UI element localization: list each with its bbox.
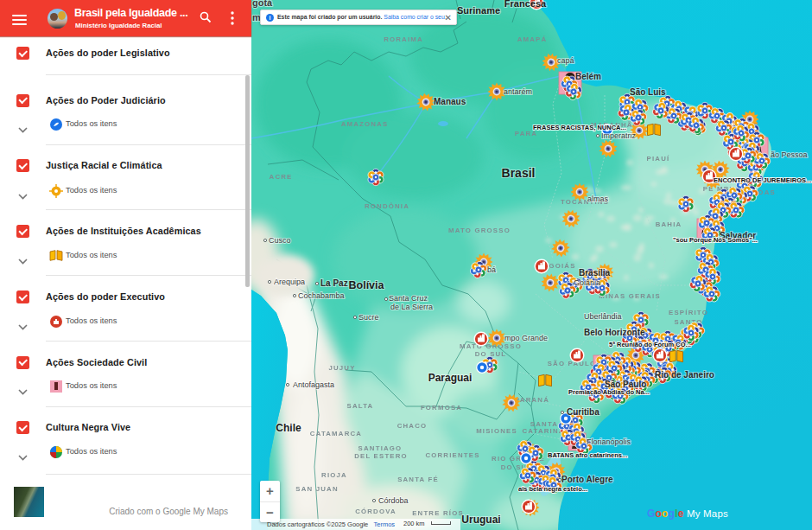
svg-text:5ª Reunião do Fórum CO...: 5ª Reunião do Fórum CO... — [609, 341, 691, 348]
svg-text:de La Sierra: de La Sierra — [390, 303, 433, 311]
svg-text:SALTA: SALTA — [347, 402, 374, 410]
svg-text:La Paz: La Paz — [320, 278, 348, 288]
svg-text:Rio de Janeiro: Rio de Janeiro — [655, 370, 714, 380]
svg-text:ENTRE RÍOS: ENTRE RÍOS — [412, 509, 464, 517]
svg-text:Belém: Belém — [575, 72, 601, 81]
svg-text:MISIONES: MISIONES — [476, 427, 517, 435]
svg-text:ACRE: ACRE — [270, 173, 293, 181]
svg-text:Uberlândia: Uberlândia — [584, 312, 622, 321]
svg-text:RIOJA: RIOJA — [321, 471, 347, 479]
svg-text:ESPÍRITO: ESPÍRITO — [669, 309, 708, 316]
svg-text:Bolívia: Bolívia — [349, 279, 385, 291]
svg-text:Imperatriz: Imperatriz — [601, 131, 637, 140]
svg-text:Cochabamba: Cochabamba — [298, 291, 345, 300]
svg-text:SÃO PAULO: SÃO PAULO — [548, 360, 597, 367]
svg-text:AMAPÁ: AMAPÁ — [517, 35, 548, 43]
svg-text:CATAMARCA: CATAMARCA — [310, 430, 362, 437]
svg-text:FRASES RACISTAS, NUNCA...: FRASES RACISTAS, NUNCA... — [533, 124, 626, 131]
svg-text:FORMOSA: FORMOSA — [421, 404, 462, 412]
svg-text:GOIÁS: GOIÁS — [549, 262, 575, 270]
svg-text:Paraguai: Paraguai — [428, 372, 473, 384]
svg-text:Cusco: Cusco — [269, 236, 291, 245]
svg-text:BAHIA: BAHIA — [656, 220, 682, 228]
svg-text:Arequipa: Arequipa — [274, 278, 305, 286]
svg-text:Brasília: Brasília — [579, 268, 611, 278]
svg-text:CHACO: CHACO — [397, 422, 428, 430]
svg-text:Sucre: Sucre — [358, 313, 379, 322]
svg-text:mpo Grande: mpo Grande — [504, 334, 548, 342]
svg-text:ENCONTRO DE JUREMEIROS...: ENCONTRO DE JUREMEIROS... — [714, 176, 811, 184]
svg-text:SAN JUAN: SAN JUAN — [295, 485, 338, 493]
svg-text:Brasil: Brasil — [502, 166, 536, 180]
svg-text:SANTIAGO: SANTIAGO — [358, 444, 403, 452]
svg-text:MATO GROSSO: MATO GROSSO — [448, 227, 511, 234]
svg-text:Suriname: Suriname — [457, 5, 500, 16]
svg-text:JUJUY: JUJUY — [328, 364, 355, 372]
svg-text:Antofagasta: Antofagasta — [293, 380, 334, 389]
svg-text:DEL ESTERO: DEL ESTERO — [354, 452, 408, 460]
svg-text:SANTA FÉ: SANTA FÉ — [397, 476, 439, 483]
svg-text:Francesa: Francesa — [504, 0, 547, 9]
svg-text:CORRIENTES: CORRIENTES — [425, 451, 479, 459]
svg-text:Premiação Abdias do Na...: Premiação Abdias do Na... — [568, 388, 650, 396]
svg-text:PIAUÍ: PIAUÍ — [647, 155, 670, 163]
svg-text:RONDÔNIA: RONDÔNIA — [365, 202, 409, 210]
svg-text:CATARINA: CATARINA — [522, 427, 564, 435]
svg-text:bá: bá — [487, 265, 496, 274]
svg-text:capá: capá — [557, 56, 574, 65]
svg-text:Manaus: Manaus — [434, 97, 466, 106]
svg-text:RORAIMA: RORAIMA — [384, 35, 423, 43]
svg-text:Belo Horizonte: Belo Horizonte — [584, 328, 645, 337]
svg-text:PARANÁ: PARANÁ — [515, 396, 549, 404]
svg-text:Goiânia: Goiânia — [574, 278, 600, 287]
svg-text:BATANS afro catarinens...: BATANS afro catarinens... — [548, 451, 627, 459]
svg-text:MATO GROSSO: MATO GROSSO — [460, 342, 522, 350]
svg-text:AMAZONAS: AMAZONAS — [341, 120, 389, 128]
svg-text:ais bela negra esteio...: ais bela negra esteio... — [518, 485, 587, 493]
svg-text:Florianópolis: Florianópolis — [587, 437, 631, 446]
svg-text:São Luis: São Luis — [630, 87, 666, 97]
svg-text:Porto Alegre: Porto Alegre — [561, 475, 613, 484]
svg-text:"sou Porque Nós Somos"...: "sou Porque Nós Somos"... — [673, 236, 758, 244]
svg-text:antarém: antarém — [504, 87, 532, 96]
svg-text:Santa Cruz: Santa Cruz — [389, 294, 428, 303]
svg-text:Córdoba: Córdoba — [378, 496, 409, 505]
svg-text:Chile: Chile — [276, 422, 301, 434]
svg-text:Curitiba: Curitiba — [567, 407, 599, 417]
svg-text:CÓRDOVA: CÓRDOVA — [355, 508, 396, 515]
svg-text:Uruguai: Uruguai — [461, 514, 500, 526]
svg-text:gotá: gotá — [252, 0, 273, 8]
svg-text:almas: almas — [587, 195, 609, 203]
svg-text:ão Pessoa: ão Pessoa — [771, 150, 808, 159]
